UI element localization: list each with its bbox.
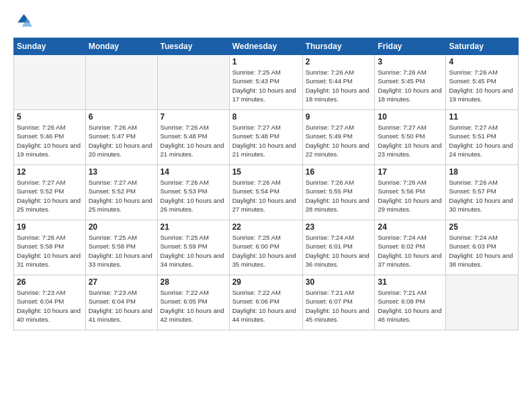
calendar-cell: 17Sunrise: 7:26 AM Sunset: 5:56 PM Dayli… — [375, 165, 446, 220]
day-info: Sunrise: 7:26 AM Sunset: 5:55 PM Dayligh… — [306, 178, 372, 214]
calendar-cell: 9Sunrise: 7:27 AM Sunset: 5:49 PM Daylig… — [302, 110, 375, 165]
calendar-cell: 28Sunrise: 7:22 AM Sunset: 6:05 PM Dayli… — [157, 275, 229, 330]
day-info: Sunrise: 7:26 AM Sunset: 5:53 PM Dayligh… — [161, 178, 226, 214]
day-info: Sunrise: 7:24 AM Sunset: 6:01 PM Dayligh… — [306, 233, 372, 269]
page: SundayMondayTuesdayWednesdayThursdayFrid… — [0, 0, 532, 411]
day-info: Sunrise: 7:26 AM Sunset: 5:45 PM Dayligh… — [449, 68, 515, 103]
calendar-cell — [85, 55, 157, 110]
day-number: 27 — [89, 277, 154, 287]
calendar-week-row: 5Sunrise: 7:26 AM Sunset: 5:46 PM Daylig… — [14, 110, 519, 165]
calendar-cell: 31Sunrise: 7:21 AM Sunset: 6:08 PM Dayli… — [375, 275, 446, 330]
calendar-week-row: 1Sunrise: 7:25 AM Sunset: 5:43 PM Daylig… — [14, 55, 519, 110]
logo-icon — [13, 12, 32, 31]
calendar-week-row: 19Sunrise: 7:26 AM Sunset: 5:58 PM Dayli… — [14, 220, 519, 275]
day-number: 16 — [306, 167, 372, 177]
day-info: Sunrise: 7:24 AM Sunset: 6:03 PM Dayligh… — [449, 233, 515, 269]
day-info: Sunrise: 7:27 AM Sunset: 5:50 PM Dayligh… — [378, 123, 443, 158]
calendar-cell — [157, 55, 229, 110]
calendar-cell: 19Sunrise: 7:26 AM Sunset: 5:58 PM Dayli… — [14, 220, 86, 275]
calendar-cell: 30Sunrise: 7:21 AM Sunset: 6:07 PM Dayli… — [302, 275, 375, 330]
logo — [13, 12, 35, 31]
calendar-cell: 10Sunrise: 7:27 AM Sunset: 5:50 PM Dayli… — [375, 110, 446, 165]
day-number: 21 — [161, 222, 226, 232]
day-number: 15 — [232, 167, 300, 177]
weekday-header: Saturday — [446, 38, 519, 55]
calendar-cell: 2Sunrise: 7:26 AM Sunset: 5:44 PM Daylig… — [302, 55, 375, 110]
day-number: 30 — [306, 277, 372, 287]
day-info: Sunrise: 7:27 AM Sunset: 5:48 PM Dayligh… — [232, 123, 300, 158]
day-number: 17 — [378, 167, 443, 177]
calendar-cell: 29Sunrise: 7:22 AM Sunset: 6:06 PM Dayli… — [229, 275, 302, 330]
calendar-cell: 20Sunrise: 7:25 AM Sunset: 5:58 PM Dayli… — [85, 220, 157, 275]
calendar-cell: 24Sunrise: 7:24 AM Sunset: 6:02 PM Dayli… — [375, 220, 446, 275]
day-info: Sunrise: 7:26 AM Sunset: 5:54 PM Dayligh… — [232, 178, 300, 214]
day-number: 12 — [17, 167, 83, 177]
calendar-cell: 3Sunrise: 7:26 AM Sunset: 5:45 PM Daylig… — [375, 55, 446, 110]
calendar-cell: 6Sunrise: 7:26 AM Sunset: 5:47 PM Daylig… — [85, 110, 157, 165]
calendar-cell: 1Sunrise: 7:25 AM Sunset: 5:43 PM Daylig… — [229, 55, 302, 110]
day-info: Sunrise: 7:26 AM Sunset: 5:45 PM Dayligh… — [378, 68, 443, 103]
weekday-header: Wednesday — [229, 38, 302, 55]
calendar-cell — [14, 55, 86, 110]
day-info: Sunrise: 7:27 AM Sunset: 5:52 PM Dayligh… — [89, 178, 154, 214]
day-number: 4 — [449, 57, 515, 66]
day-info: Sunrise: 7:21 AM Sunset: 6:07 PM Dayligh… — [306, 288, 372, 324]
day-info: Sunrise: 7:26 AM Sunset: 5:48 PM Dayligh… — [161, 123, 226, 158]
calendar-cell: 11Sunrise: 7:27 AM Sunset: 5:51 PM Dayli… — [446, 110, 519, 165]
calendar-cell: 7Sunrise: 7:26 AM Sunset: 5:48 PM Daylig… — [157, 110, 229, 165]
day-info: Sunrise: 7:25 AM Sunset: 5:43 PM Dayligh… — [232, 68, 300, 103]
calendar-cell: 23Sunrise: 7:24 AM Sunset: 6:01 PM Dayli… — [302, 220, 375, 275]
day-info: Sunrise: 7:22 AM Sunset: 6:06 PM Dayligh… — [232, 288, 300, 324]
day-info: Sunrise: 7:26 AM Sunset: 5:47 PM Dayligh… — [89, 123, 154, 158]
calendar-cell: 27Sunrise: 7:23 AM Sunset: 6:04 PM Dayli… — [85, 275, 157, 330]
day-number: 2 — [306, 57, 372, 66]
weekday-header: Tuesday — [157, 38, 229, 55]
day-info: Sunrise: 7:27 AM Sunset: 5:52 PM Dayligh… — [17, 178, 83, 214]
calendar-cell: 8Sunrise: 7:27 AM Sunset: 5:48 PM Daylig… — [229, 110, 302, 165]
calendar-cell: 22Sunrise: 7:25 AM Sunset: 6:00 PM Dayli… — [229, 220, 302, 275]
day-info: Sunrise: 7:26 AM Sunset: 5:58 PM Dayligh… — [17, 233, 83, 269]
weekday-header: Thursday — [302, 38, 375, 55]
day-number: 23 — [306, 222, 372, 232]
day-info: Sunrise: 7:25 AM Sunset: 5:58 PM Dayligh… — [89, 233, 154, 269]
calendar-cell: 14Sunrise: 7:26 AM Sunset: 5:53 PM Dayli… — [157, 165, 229, 220]
calendar-cell: 16Sunrise: 7:26 AM Sunset: 5:55 PM Dayli… — [302, 165, 375, 220]
calendar-cell: 15Sunrise: 7:26 AM Sunset: 5:54 PM Dayli… — [229, 165, 302, 220]
day-number: 11 — [449, 112, 515, 122]
day-info: Sunrise: 7:25 AM Sunset: 6:00 PM Dayligh… — [232, 233, 300, 269]
day-number: 6 — [89, 112, 154, 122]
day-info: Sunrise: 7:27 AM Sunset: 5:49 PM Dayligh… — [306, 123, 372, 158]
calendar-cell: 12Sunrise: 7:27 AM Sunset: 5:52 PM Dayli… — [14, 165, 86, 220]
calendar-week-row: 26Sunrise: 7:23 AM Sunset: 6:04 PM Dayli… — [14, 275, 519, 330]
weekday-header: Monday — [85, 38, 157, 55]
calendar-cell: 13Sunrise: 7:27 AM Sunset: 5:52 PM Dayli… — [85, 165, 157, 220]
calendar-cell — [446, 275, 519, 330]
weekday-header-row: SundayMondayTuesdayWednesdayThursdayFrid… — [14, 38, 519, 55]
day-number: 28 — [161, 277, 226, 287]
calendar-cell: 21Sunrise: 7:25 AM Sunset: 5:59 PM Dayli… — [157, 220, 229, 275]
day-info: Sunrise: 7:21 AM Sunset: 6:08 PM Dayligh… — [378, 288, 443, 324]
calendar-week-row: 12Sunrise: 7:27 AM Sunset: 5:52 PM Dayli… — [14, 165, 519, 220]
day-info: Sunrise: 7:26 AM Sunset: 5:44 PM Dayligh… — [306, 68, 372, 103]
day-number: 25 — [449, 222, 515, 232]
day-number: 18 — [449, 167, 515, 177]
day-number: 9 — [306, 112, 372, 122]
day-number: 26 — [17, 277, 83, 287]
calendar-cell: 25Sunrise: 7:24 AM Sunset: 6:03 PM Dayli… — [446, 220, 519, 275]
day-number: 7 — [161, 112, 226, 122]
calendar-cell: 5Sunrise: 7:26 AM Sunset: 5:46 PM Daylig… — [14, 110, 86, 165]
day-number: 22 — [232, 222, 300, 232]
day-number: 29 — [232, 277, 300, 287]
day-info: Sunrise: 7:23 AM Sunset: 6:04 PM Dayligh… — [17, 288, 83, 324]
day-info: Sunrise: 7:23 AM Sunset: 6:04 PM Dayligh… — [89, 288, 154, 324]
day-number: 24 — [378, 222, 443, 232]
day-number: 19 — [17, 222, 83, 232]
day-info: Sunrise: 7:26 AM Sunset: 5:46 PM Dayligh… — [17, 123, 83, 158]
day-number: 1 — [232, 57, 300, 66]
calendar-cell: 26Sunrise: 7:23 AM Sunset: 6:04 PM Dayli… — [14, 275, 86, 330]
weekday-header: Sunday — [14, 38, 86, 55]
day-info: Sunrise: 7:24 AM Sunset: 6:02 PM Dayligh… — [378, 233, 443, 269]
weekday-header: Friday — [375, 38, 446, 55]
day-info: Sunrise: 7:27 AM Sunset: 5:51 PM Dayligh… — [449, 123, 515, 158]
day-info: Sunrise: 7:25 AM Sunset: 5:59 PM Dayligh… — [161, 233, 226, 269]
